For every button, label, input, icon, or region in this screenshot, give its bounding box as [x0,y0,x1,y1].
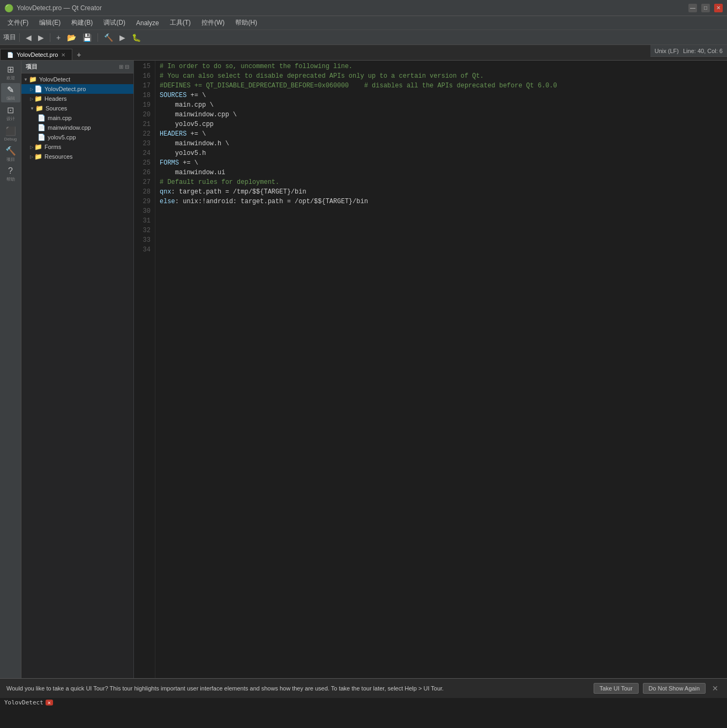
tab-close-icon[interactable]: ✕ [61,52,65,58]
tree-item-label: Sources [46,105,67,112]
line-number: 26 [138,168,151,177]
debug-icon: ⬛ [5,126,16,136]
app-error-badge: ✕ [46,700,53,705]
menu-item-w[interactable]: 控件(W) [196,17,230,28]
tree-item-label: Resources [44,153,73,160]
bottom-content: YolovDetect ✕ [0,697,727,728]
tree-item-label: main.cpp [48,115,72,121]
maximize-button[interactable]: □ [701,4,710,12]
menu-item-analyze[interactable]: Analyze [131,18,164,28]
tour-close-button[interactable]: ✕ [710,684,721,693]
code-line-29: mainwindow.ui [160,168,723,177]
file-icon: 📄 [38,124,46,131]
sidebar-icon-design[interactable]: ⊡ 设计 [1,103,20,123]
tour-popup: Would you like to take a quick UI Tour? … [0,678,727,698]
code-editor-area: 1516171819202122232425262728293031323334… [134,61,727,682]
line-number: 21 [138,120,151,129]
tree-item-sources[interactable]: ▼📁Sources [21,103,133,113]
tree-item-mainwindowcpp[interactable]: 📄mainwindow.cpp [21,123,133,132]
line-number: 15 [138,62,151,71]
code-editor[interactable]: 1516171819202122232425262728293031323334… [134,61,727,682]
line-number: 33 [138,235,151,245]
tree-expand-icon: ▼ [24,77,28,82]
tree-header-icons: ⊞ ⊟ [119,64,129,70]
toolbar-save-btn[interactable]: 💾 [80,32,94,43]
menu-item-t[interactable]: 工具(T) [164,17,196,28]
tree-item-label: Forms [44,144,61,150]
sidebar-icon-debug[interactable]: ⬛ Debug [1,124,20,143]
tab-add-button[interactable]: + [72,49,85,60]
toolbar-build-btn[interactable]: 🔨 [101,32,116,43]
line-number: 27 [138,177,151,187]
tree-expand-icon: ▷ [30,154,33,159]
do-not-show-button[interactable]: Do Not Show Again [643,683,706,694]
code-line-22: yolov5.cpp [160,120,723,129]
titlebar: 🟢 YolovDetect.pro — Qt Creator — □ ✕ [0,0,727,16]
close-button[interactable]: ✕ [714,4,723,12]
tree-item-yolovdetect[interactable]: ▼📁YolovDetect [21,75,133,84]
line-number: 16 [138,71,151,81]
toolbar-sep-3 [98,33,98,42]
tab-yolov-pro[interactable]: 📄 YolovDetect.pro ✕ [0,49,72,60]
left-sidebar-icons: ⊞ 欢迎 ✎ 编辑 ⊡ 设计 ⬛ Debug 🔨 项目 ? 帮助 [0,61,21,682]
menu-item-h[interactable]: 帮助(H) [230,17,263,28]
tree-item-resources[interactable]: ▷📁Resources [21,152,133,161]
toolbar-open-btn[interactable]: 📂 [64,32,79,43]
take-tour-button[interactable]: Take UI Tour [594,683,639,694]
toolbar-debug-btn[interactable]: 🐛 [129,32,144,43]
code-line-20: main.cpp \ [160,100,723,110]
tree-expand-icon: ▷ [30,145,33,150]
welcome-icon: ⊞ [7,64,14,75]
line-number: 20 [138,110,151,120]
tree-item-forms[interactable]: ▷📁Forms [21,142,133,152]
code-line-28: FORMS += \ [160,158,723,168]
toolbar-new-btn[interactable]: + [54,32,63,43]
tour-text: Would you like to take a quick UI Tour? … [6,685,489,692]
code-line-25: mainwindow.h \ [160,139,723,148]
tree-item-yolov5cpp[interactable]: 📄yolov5.cpp [21,132,133,142]
code-line-15: # In order to do so, uncomment the follo… [160,62,723,71]
menu-item-d[interactable]: 调试(D) [98,17,131,28]
line-number: 31 [138,216,151,226]
code-line-19: SOURCES += \ [160,91,723,100]
minimize-button[interactable]: — [688,4,697,12]
sidebar-icon-help[interactable]: ? 帮助 [1,165,20,184]
tabbar: 📄 YolovDetect.pro ✕ + [0,45,650,60]
tree-item-maincpp[interactable]: 📄main.cpp [21,113,133,123]
toolbar-run-btn[interactable]: ▶ [117,32,128,43]
tree-header: 项目 ⊞ ⊟ [21,61,133,73]
folder-icon: 📁 [29,76,37,83]
code-line-26: yolov5.h [160,148,723,158]
toolbar-back-btn[interactable]: ◀ [23,32,34,43]
menu-item-f[interactable]: 文件(F) [2,17,34,28]
sidebar-icon-welcome[interactable]: ⊞ 欢迎 [1,63,20,82]
sidebar-icon-project[interactable]: 🔨 项目 [1,144,20,164]
sidebar-icon-edit[interactable]: ✎ 编辑 [1,83,20,102]
line-number: 25 [138,158,151,168]
tree-item-label: YolovDetect.pro [44,86,86,92]
app-name-label: YolovDetect [4,699,43,706]
menu-item-b[interactable]: 构建(B) [66,17,98,28]
folder-icon: 📁 [35,105,43,112]
code-line-21: mainwindow.cpp \ [160,110,723,120]
tree-item-headers[interactable]: ▷📁Headers [21,94,133,103]
main-layout: ⊞ 欢迎 ✎ 编辑 ⊡ 设计 ⬛ Debug 🔨 项目 ? 帮助 项目 ⊞ ⊟ [0,61,727,682]
tree-item-label: Headers [44,95,67,102]
tree-item-label: mainwindow.cpp [48,124,91,131]
toolbar-project-label: 项目 [3,33,16,42]
line-number: 29 [138,197,151,206]
menu-item-e[interactable]: 编辑(E) [34,17,66,28]
code-line-31: # Default rules for deployment. [160,177,723,187]
line-number: 17 [138,81,151,91]
tree-content: ▼📁YolovDetect▷📄YolovDetect.pro▷📁Headers▼… [21,73,133,682]
line-number: 30 [138,206,151,216]
app-tab-row: YolovDetect ✕ [4,699,723,706]
folder-icon: 📁 [34,153,42,160]
tab-label: YolovDetect.pro [17,51,58,58]
tree-expand-icon: ▼ [30,106,34,111]
toolbar-forward-btn[interactable]: ▶ [35,32,47,43]
code-content[interactable]: # In order to do so, uncomment the follo… [155,61,727,682]
tree-item-yolovdetectpro[interactable]: ▷📄YolovDetect.pro [21,84,133,94]
edit-icon: ✎ [7,85,14,95]
code-line-16: # You can also select to disable depreca… [160,71,723,81]
